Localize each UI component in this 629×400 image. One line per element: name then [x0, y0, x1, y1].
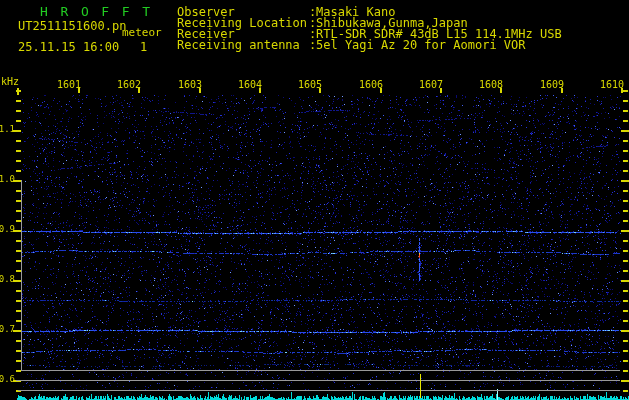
freq-tick-right — [621, 380, 629, 382]
freq-tick-right — [623, 360, 628, 362]
freq-label: 0.8 — [0, 274, 15, 284]
freq-tick-right — [623, 90, 628, 92]
freq-tick-right — [623, 370, 628, 372]
freq-tick-left — [16, 90, 21, 92]
freq-tick-right — [621, 130, 629, 132]
freq-tick-right — [623, 310, 628, 312]
freq-tick-right — [623, 260, 628, 262]
freq-tick-right — [623, 250, 628, 252]
freq-tick-right — [623, 300, 628, 302]
count-label: 1 — [140, 41, 147, 53]
freq-tick-right — [621, 180, 629, 182]
freq-tick-left — [16, 150, 21, 152]
freq-tick-right — [623, 210, 628, 212]
freq-tick-left — [16, 160, 21, 162]
time-label: 1605 — [292, 80, 322, 90]
freq-tick-left — [16, 120, 21, 122]
time-label: 1609 — [534, 80, 564, 90]
freq-tick-right — [621, 280, 629, 282]
time-label: 1603 — [172, 80, 202, 90]
time-label: 1606 — [353, 80, 383, 90]
time-label: 1608 — [473, 80, 503, 90]
freq-tick-left — [16, 140, 21, 142]
freq-axis-unit-label: kHz — [1, 77, 19, 87]
freq-label: 1.0 — [0, 174, 15, 184]
mode-label: meteor — [122, 27, 162, 38]
freq-tick-right — [623, 340, 628, 342]
freq-tick-right — [623, 150, 628, 152]
time-label: 1604 — [232, 80, 262, 90]
time-tick — [380, 88, 382, 93]
time-label: 1601 — [51, 80, 81, 90]
freq-tick-right — [623, 320, 628, 322]
signal-strip-top-line — [18, 390, 620, 391]
freq-tick-right — [621, 230, 629, 232]
freq-label: 0.9 — [0, 224, 15, 234]
output-filename: UT2511151600.pn — [18, 20, 126, 32]
time-tick — [440, 88, 442, 93]
freq-tick-right — [623, 100, 628, 102]
time-label: 1602 — [111, 80, 141, 90]
freq-label: 0.7 — [0, 324, 15, 334]
freq-tick-right — [623, 200, 628, 202]
info-label: Receiving antenna — [177, 39, 300, 51]
app-title: H R O F F T — [40, 5, 153, 18]
time-label: 1607 — [413, 80, 443, 90]
time-cursor-line — [420, 374, 421, 398]
freq-tick-right — [623, 190, 628, 192]
freq-tick-right — [623, 220, 628, 222]
freq-tick-right — [621, 330, 629, 332]
freq-tick-right — [623, 160, 628, 162]
freq-tick-right — [623, 120, 628, 122]
freq-tick-right — [623, 390, 628, 392]
spectrogram-canvas — [0, 0, 629, 400]
time-tick — [561, 88, 563, 93]
freq-tick-right — [623, 240, 628, 242]
time-label: 1610 — [594, 80, 624, 90]
freq-tick-left — [16, 100, 21, 102]
time-tick — [259, 88, 261, 93]
time-tick — [78, 88, 80, 93]
time-tick — [319, 88, 321, 93]
info-value: 5el Yagi Az 20 for Aomori VOR — [316, 39, 526, 51]
spectrogram-bottom-line — [21, 370, 620, 371]
freq-tick-right — [623, 170, 628, 172]
freq-label: 0.6 — [0, 374, 15, 384]
datetime-label: 25.11.15 16:00 — [18, 41, 119, 53]
freq-tick-left — [16, 170, 21, 172]
freq-tick-right — [623, 110, 628, 112]
freq-tick-right — [623, 290, 628, 292]
freq-tick-right — [623, 140, 628, 142]
freq-label: 1.1 — [0, 124, 15, 134]
freq-tick-left — [16, 110, 21, 112]
hrofft-window: H R O F F T UT2511151600.pn meteor 25.11… — [0, 0, 629, 400]
freq-tick-right — [623, 270, 628, 272]
band-border-vline — [21, 180, 22, 370]
time-tick — [500, 88, 502, 93]
freq-0-6-gridline — [16, 380, 620, 381]
time-tick — [199, 88, 201, 93]
time-tick — [138, 88, 140, 93]
freq-tick-right — [623, 350, 628, 352]
